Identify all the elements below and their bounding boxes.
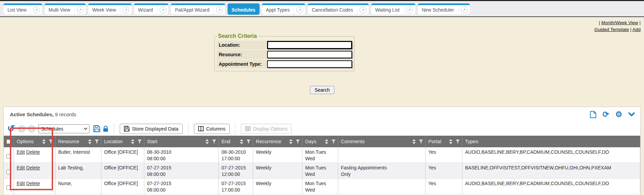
tab-pat-appt-wizard[interactable]: Pat/Appt Wizard↗	[171, 3, 225, 15]
column-label: Comments	[341, 139, 365, 144]
column-header-start[interactable]: Start	[144, 136, 219, 147]
gear-icon[interactable]: ⚙	[615, 110, 622, 118]
columns-icon	[198, 126, 204, 132]
filter-icon[interactable]	[49, 139, 53, 144]
sort-icon[interactable]	[131, 139, 134, 144]
resource-input[interactable]	[267, 51, 352, 58]
search-row-location: Location:	[217, 41, 352, 49]
filter-icon[interactable]	[296, 139, 300, 144]
external-link-icon[interactable]: ↗	[74, 5, 86, 15]
filter-icon[interactable]	[419, 139, 423, 144]
refresh-icon[interactable]: ⟳	[602, 110, 609, 118]
appointment-type-input[interactable]	[267, 60, 352, 68]
guided-template-link[interactable]: Guided Template	[594, 27, 629, 32]
delete-link[interactable]: Delete	[26, 181, 40, 186]
tab-cancellation-codes[interactable]: Cancellation Codes↗	[308, 3, 368, 15]
back-circle-button[interactable]	[18, 125, 26, 133]
filter-icon[interactable]	[95, 139, 99, 144]
column-header-select-all[interactable]	[4, 136, 14, 147]
saved-view-select[interactable]: Schedules	[38, 124, 89, 133]
sort-icon[interactable]	[289, 139, 293, 144]
delete-link[interactable]: Delete	[26, 149, 40, 155]
edit-link[interactable]: Edit	[17, 165, 25, 170]
filter-icon[interactable]	[246, 139, 251, 144]
location-input[interactable]	[267, 41, 352, 49]
forward-circle-button[interactable]	[28, 125, 35, 133]
sort-icon[interactable]	[42, 139, 46, 144]
tab-new-scheduler[interactable]: New Scheduler↗	[418, 3, 470, 15]
search-button[interactable]: Search	[310, 86, 334, 94]
save-view-icon[interactable]	[93, 125, 100, 132]
toolbar-divider	[114, 123, 114, 135]
tab-label: New Scheduler	[418, 5, 458, 15]
filter-icon[interactable]	[137, 139, 142, 144]
display-options-button[interactable]: Display Options	[241, 124, 292, 134]
edit-link[interactable]: Edit	[17, 149, 25, 155]
external-link-icon[interactable]: ↗	[214, 5, 225, 15]
column-header-types[interactable]: Types	[462, 136, 640, 147]
column-label: Start	[147, 139, 158, 144]
column-label: Days	[305, 139, 316, 144]
row-checkbox[interactable]	[6, 150, 11, 163]
collapse-chevron-icon[interactable]	[628, 112, 635, 117]
tab-list-view[interactable]: List View↗	[3, 3, 42, 15]
search-row-resource: Resource:	[217, 50, 352, 59]
column-header-portal[interactable]: Portal	[426, 136, 462, 147]
add-link[interactable]: Add	[632, 27, 641, 32]
cell-end: 07-27-2015 12:00:00	[219, 163, 253, 179]
cell-days: Mon Tues Wed Thurs Fri	[302, 147, 338, 163]
column-header-days[interactable]: Days	[302, 136, 338, 147]
cell-portal: Yes	[426, 179, 462, 194]
new-document-icon[interactable]	[590, 111, 596, 118]
tab-waiting-list[interactable]: Waiting List↗	[371, 3, 415, 15]
tab-label: List View	[3, 5, 31, 15]
quick-links-line2: Guided Template | Add	[594, 26, 641, 33]
sort-icon[interactable]	[449, 139, 452, 144]
edit-link[interactable]: Edit	[17, 181, 25, 186]
sort-icon[interactable]	[205, 139, 209, 144]
external-link-icon[interactable]: ↗	[157, 5, 168, 15]
tab-appt-types[interactable]: Appt Types↗	[262, 3, 306, 15]
external-link-icon[interactable]: ↗	[120, 5, 132, 15]
month-week-view-link[interactable]: Month/Week View	[601, 20, 638, 25]
external-link-icon[interactable]: ↗	[294, 5, 305, 15]
undo-icon[interactable]: ↺	[7, 124, 15, 133]
cell-start: 07-27-2015 08:00:00	[144, 163, 219, 179]
tab-wizard[interactable]: Wizard↗	[134, 3, 169, 15]
select-all-checkbox[interactable]	[6, 139, 11, 144]
cell-types: BASELINE,OFFVISITEST,OFFVISITNEW,OHFU,OH…	[462, 163, 640, 179]
column-header-comments[interactable]: Comments	[338, 136, 426, 147]
column-header-end[interactable]: End	[219, 136, 253, 147]
external-link-icon[interactable]: ↗	[357, 5, 369, 15]
column-label: Location	[104, 139, 123, 144]
delete-link[interactable]: Delete	[26, 165, 40, 170]
sort-icon[interactable]	[88, 139, 92, 144]
columns-button[interactable]: Columns	[194, 124, 230, 134]
external-link-icon[interactable]: ↗	[458, 5, 470, 15]
sort-icon[interactable]	[240, 139, 243, 144]
tab-multi-view[interactable]: Multi View↗	[45, 3, 86, 15]
column-header-recurrence[interactable]: Recurrence	[253, 136, 302, 147]
filter-icon[interactable]	[456, 139, 460, 144]
tab-week-view[interactable]: Week View↗	[88, 3, 132, 15]
active-schedules-panel: Active Schedules, 9 records ⟳ ⚙ ↺ Schedu…	[3, 107, 641, 195]
external-link-icon[interactable]: ↗	[404, 5, 415, 15]
row-checkbox[interactable]	[6, 165, 11, 179]
lock-icon[interactable]	[103, 125, 109, 132]
tab-label: Multi View	[45, 5, 75, 15]
column-header-location[interactable]: Location	[101, 136, 144, 147]
search-criteria-legend: Search Criteria	[217, 33, 259, 39]
tab-schedules[interactable]: Schedules	[228, 3, 260, 15]
column-header-resource[interactable]: Resource	[55, 136, 101, 147]
cell-types: AUDIO,BASELINE,BERY,BP,CADMIUM,COUNSEL,C…	[462, 147, 640, 163]
row-checkbox[interactable]	[6, 181, 11, 194]
store-displayed-data-button[interactable]: Store Displayed Data	[120, 124, 183, 134]
column-header-options[interactable]: Options	[14, 136, 55, 147]
cell-resource: Nurse,	[55, 179, 101, 194]
filter-icon[interactable]	[331, 139, 336, 144]
external-link-icon[interactable]: ↗	[31, 5, 42, 15]
store-displayed-data-label: Store Displayed Data	[132, 126, 179, 132]
filter-icon[interactable]	[212, 139, 216, 144]
sort-icon[interactable]	[412, 139, 416, 144]
sort-icon[interactable]	[325, 139, 328, 144]
